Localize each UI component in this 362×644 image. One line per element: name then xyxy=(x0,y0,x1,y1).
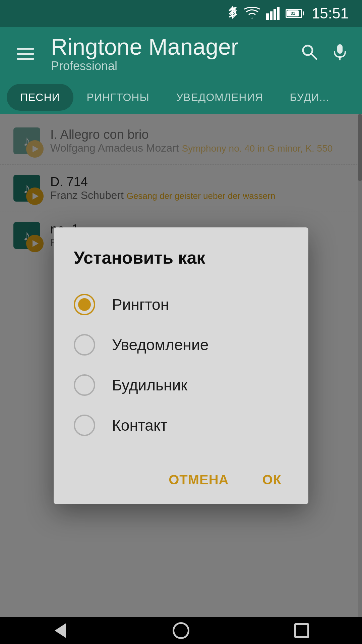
tab-alarms[interactable]: БУДИ... xyxy=(277,84,343,111)
dialog-actions: ОТМЕНА ОК xyxy=(74,462,288,491)
back-icon xyxy=(55,623,66,638)
option-contact[interactable]: Контакт xyxy=(74,405,288,445)
battery-level: 31 xyxy=(287,10,299,16)
svg-rect-3 xyxy=(277,7,280,20)
option-contact-label: Контакт xyxy=(112,416,168,434)
voice-button[interactable] xyxy=(331,43,349,64)
svg-rect-0 xyxy=(266,13,269,20)
option-ringtone[interactable]: Рингтон xyxy=(74,284,288,325)
radio-ringtone[interactable] xyxy=(74,294,95,315)
status-bar: 31 15:51 xyxy=(0,0,362,27)
option-notification-label: Уведомление xyxy=(112,336,208,354)
radio-contact[interactable] xyxy=(74,415,95,436)
tab-ringtones[interactable]: РИНГТОНЫ xyxy=(73,84,163,111)
search-button[interactable] xyxy=(300,43,318,64)
status-time: 15:51 xyxy=(312,5,349,22)
bottom-nav xyxy=(0,617,362,644)
recent-button[interactable] xyxy=(288,617,315,644)
dialog-overlay: Установить как Рингтон Уведомление Будил… xyxy=(0,114,362,617)
menu-button[interactable] xyxy=(13,45,38,63)
app-bar: Ringtone Manager Professional xyxy=(0,27,362,80)
radio-alarm[interactable] xyxy=(74,374,95,396)
home-icon xyxy=(173,622,189,639)
dialog-title: Установить как xyxy=(74,248,288,268)
back-button[interactable] xyxy=(47,617,74,644)
radio-notification[interactable] xyxy=(74,334,95,356)
svg-rect-2 xyxy=(274,9,276,20)
tab-notifications[interactable]: УВЕДОМЛЕНИЯ xyxy=(163,84,277,111)
home-button[interactable] xyxy=(168,617,194,644)
app-subtitle: Professional xyxy=(51,59,287,73)
ok-button[interactable]: ОК xyxy=(255,469,288,491)
svg-line-5 xyxy=(311,54,316,59)
battery-icon: 31 xyxy=(286,9,302,18)
app-title-group: Ringtone Manager Professional xyxy=(51,34,287,73)
recent-icon xyxy=(294,623,309,638)
option-alarm[interactable]: Будильник xyxy=(74,365,288,405)
tab-songs[interactable]: ПЕСНИ xyxy=(7,84,73,111)
svg-rect-6 xyxy=(337,44,343,54)
signal-icon xyxy=(266,7,280,20)
cancel-button[interactable]: ОТМЕНА xyxy=(162,469,235,491)
svg-rect-1 xyxy=(270,11,273,20)
option-alarm-label: Будильник xyxy=(112,376,187,394)
tabs: ПЕСНИ РИНГТОНЫ УВЕДОМЛЕНИЯ БУДИ... xyxy=(0,80,362,114)
app-bar-actions xyxy=(300,43,349,64)
app-title: Ringtone Manager xyxy=(51,34,287,59)
bluetooth-icon xyxy=(227,6,238,21)
set-as-dialog: Установить как Рингтон Уведомление Будил… xyxy=(54,227,308,504)
status-icons: 31 15:51 xyxy=(227,5,349,22)
song-list: ♪ I. Allegro con brio Wolfgang Amadeus M… xyxy=(0,114,362,617)
wifi-icon xyxy=(244,7,260,20)
option-notification[interactable]: Уведомление xyxy=(74,325,288,365)
option-ringtone-label: Рингтон xyxy=(112,296,169,314)
